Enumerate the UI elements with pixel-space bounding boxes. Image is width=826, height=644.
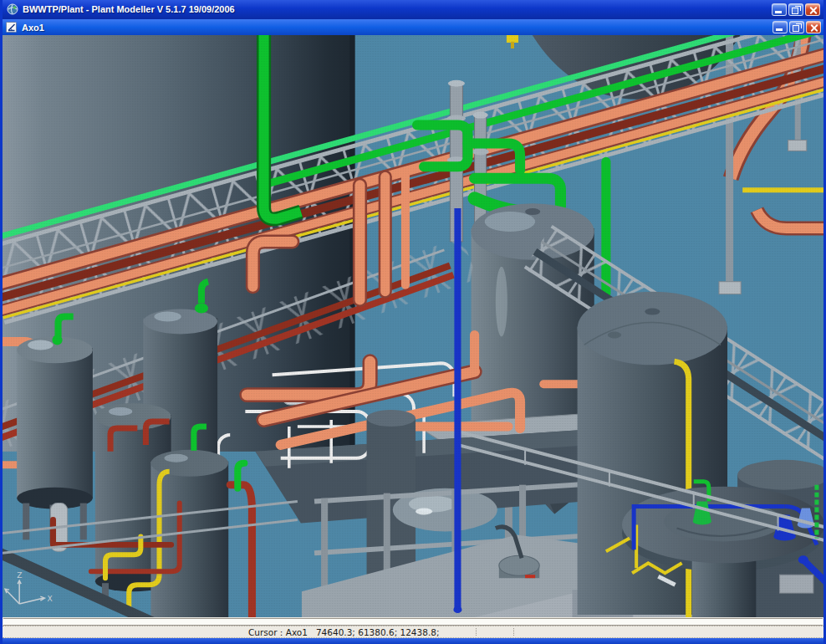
child-close-button[interactable] — [806, 21, 821, 33]
globe-plant-icon — [6, 3, 18, 16]
restore-button[interactable] — [788, 3, 803, 16]
dither-overlay — [3, 35, 823, 617]
axonometric-view-icon — [5, 21, 18, 33]
status-separator — [513, 628, 514, 636]
plant-modeller-window: BWWTP/Plant - Plant Modeller V 5.1.7 19/… — [0, 0, 826, 644]
status-separator — [476, 628, 477, 636]
minimize-button[interactable] — [772, 3, 787, 16]
window-title: BWWTP/Plant - Plant Modeller V 5.1.7 19/… — [23, 4, 772, 14]
window-bottom-border — [3, 638, 823, 644]
close-button[interactable] — [805, 3, 820, 16]
statusbar: Cursor : Axo1 74640.3; 61380.6; 12438.8; — [3, 626, 823, 638]
axis-label-z: Z — [17, 571, 22, 580]
prompt-strip — [3, 618, 823, 626]
plant-3d-scene: Z X Y — [3, 35, 823, 617]
child-window-title: Axo1 — [22, 23, 772, 33]
cursor-coordinates: Cursor : Axo1 74640.3; 61380.6; 12438.8; — [248, 627, 439, 637]
3d-viewport[interactable]: Z X Y — [3, 35, 823, 617]
child-minimize-button[interactable] — [772, 21, 788, 33]
axis-label-x: X — [47, 595, 52, 603]
child-restore-button[interactable] — [789, 21, 804, 33]
axo1-titlebar[interactable]: Axo1 — [3, 18, 823, 35]
main-titlebar[interactable]: BWWTP/Plant - Plant Modeller V 5.1.7 19/… — [3, 0, 823, 18]
